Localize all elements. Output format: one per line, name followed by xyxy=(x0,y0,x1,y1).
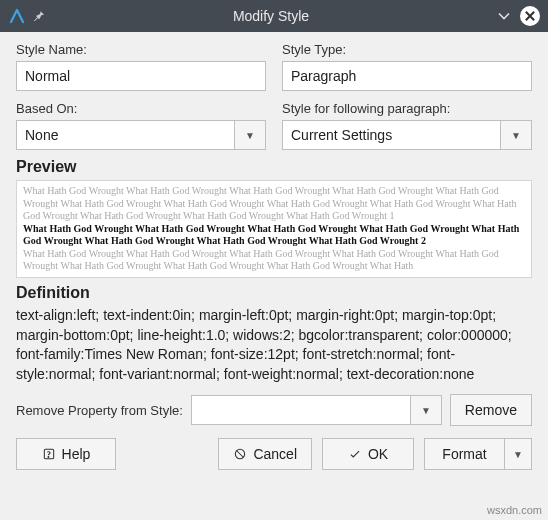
preview-heading: Preview xyxy=(16,158,532,176)
remove-property-label: Remove Property from Style: xyxy=(16,403,183,418)
format-button[interactable]: Format xyxy=(424,438,504,470)
remove-button[interactable]: Remove xyxy=(450,394,532,426)
app-icon xyxy=(8,7,26,25)
preview-text-after: What Hath God Wrought What Hath God Wrou… xyxy=(23,248,499,272)
style-name-label: Style Name: xyxy=(16,42,266,57)
cancel-button[interactable]: Cancel xyxy=(218,438,312,470)
pin-icon[interactable] xyxy=(30,8,46,24)
style-type-label: Style Type: xyxy=(282,42,532,57)
style-type-input[interactable] xyxy=(282,61,532,91)
next-style-input[interactable] xyxy=(282,120,500,150)
style-name-input[interactable] xyxy=(16,61,266,91)
definition-heading: Definition xyxy=(16,284,532,302)
based-on-input[interactable] xyxy=(16,120,234,150)
chevron-down-icon: ▼ xyxy=(511,130,521,141)
remove-property-input[interactable] xyxy=(191,395,410,425)
chevron-down-icon: ▼ xyxy=(245,130,255,141)
cancel-button-label: Cancel xyxy=(253,446,297,462)
preview-box: What Hath God Wrought What Hath God Wrou… xyxy=(16,180,532,278)
chevron-down-icon: ▼ xyxy=(421,405,431,416)
ok-button[interactable]: OK xyxy=(322,438,414,470)
watermark: wsxdn.com xyxy=(487,504,542,516)
help-button[interactable]: Help xyxy=(16,438,116,470)
based-on-dropdown[interactable]: ▼ xyxy=(234,120,266,150)
preview-text-current: What Hath God Wrought What Hath God Wrou… xyxy=(23,223,519,247)
window-title: Modify Style xyxy=(54,8,488,24)
definition-text: text-align:left; text-indent:0in; margin… xyxy=(16,306,532,384)
remove-property-dropdown[interactable]: ▼ xyxy=(410,395,442,425)
preview-text-before: What Hath God Wrought What Hath God Wrou… xyxy=(23,185,516,221)
cancel-icon xyxy=(233,447,247,461)
minimize-icon[interactable] xyxy=(494,6,514,26)
titlebar: Modify Style xyxy=(0,0,548,32)
next-style-label: Style for following paragraph: xyxy=(282,101,532,116)
next-style-dropdown[interactable]: ▼ xyxy=(500,120,532,150)
help-button-label: Help xyxy=(62,446,91,462)
chevron-down-icon: ▼ xyxy=(513,449,523,460)
remove-button-label: Remove xyxy=(465,402,517,418)
format-dropdown[interactable]: ▼ xyxy=(504,438,532,470)
ok-button-label: OK xyxy=(368,446,388,462)
based-on-label: Based On: xyxy=(16,101,266,116)
close-icon[interactable] xyxy=(520,6,540,26)
check-icon xyxy=(348,447,362,461)
svg-point-1 xyxy=(48,457,49,458)
help-icon xyxy=(42,447,56,461)
format-button-label: Format xyxy=(442,446,486,462)
